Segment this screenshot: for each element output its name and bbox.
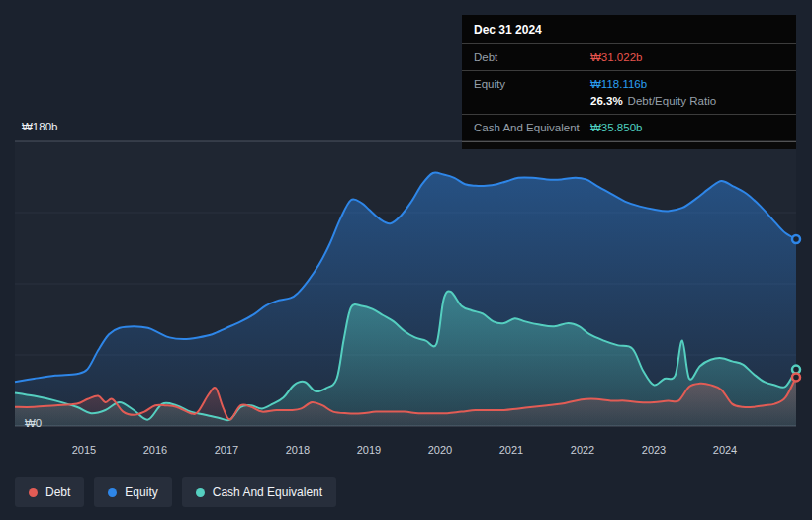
x-axis: 2015201620172018201920202021202220232024 (15, 444, 796, 458)
x-axis-tick-2024: 2024 (713, 444, 737, 456)
tooltip-ratio-label: Debt/Equity Ratio (628, 95, 717, 107)
legend: DebtEquityCash And Equivalent (15, 477, 336, 507)
plot-area[interactable] (15, 141, 796, 426)
legend-dot (196, 488, 205, 497)
x-axis-tick-2021: 2021 (499, 444, 523, 456)
tooltip-cash-value: ₩35.850b (590, 122, 642, 133)
x-axis-tick-2023: 2023 (642, 444, 666, 456)
legend-label: Equity (125, 485, 157, 499)
tooltip-date: Dec 31 2024 (462, 15, 796, 44)
tooltip-equity-value: ₩118.116b (590, 78, 647, 90)
tooltip-ratio: 26.3%Debt/Equity Ratio (590, 95, 716, 107)
tooltip-row-ratio: 26.3%Debt/Equity Ratio (462, 92, 796, 115)
x-axis-tick-2022: 2022 (571, 444, 594, 456)
x-axis-tick-2020: 2020 (428, 444, 452, 456)
tooltip-row-equity: Equity ₩118.116b (462, 71, 796, 92)
tooltip-debt-value: ₩31.022b (590, 51, 642, 63)
x-axis-tick-2018: 2018 (286, 444, 310, 456)
area-chart-svg (15, 141, 796, 426)
x-axis-tick-2019: 2019 (357, 444, 381, 456)
x-axis-tick-2016: 2016 (143, 444, 167, 456)
debt-equity-history-chart: Dec 31 2024 Debt ₩31.022b Equity ₩118.11… (0, 0, 812, 520)
tooltip-ratio-value: 26.3% (590, 95, 623, 107)
legend-dot (29, 488, 38, 497)
legend-item-cash-and-equivalent[interactable]: Cash And Equivalent (182, 477, 336, 507)
y-axis-label-max: ₩180b (22, 121, 57, 132)
tooltip-row-cash: Cash And Equivalent ₩35.850b (462, 115, 796, 142)
tooltip-equity-label: Equity (474, 78, 590, 90)
legend-item-debt[interactable]: Debt (15, 477, 84, 507)
x-axis-tick-2015: 2015 (72, 444, 96, 456)
tooltip-cash-label: Cash And Equivalent (474, 122, 590, 133)
tooltip-debt-label: Debt (474, 51, 590, 63)
legend-label: Cash And Equivalent (213, 485, 322, 499)
x-axis-tick-2017: 2017 (215, 444, 238, 456)
legend-dot (108, 488, 117, 497)
tooltip-row-debt: Debt ₩31.022b (462, 44, 796, 71)
legend-item-equity[interactable]: Equity (94, 477, 171, 507)
data-tooltip: Dec 31 2024 Debt ₩31.022b Equity ₩118.11… (462, 15, 796, 149)
legend-label: Debt (45, 485, 70, 499)
